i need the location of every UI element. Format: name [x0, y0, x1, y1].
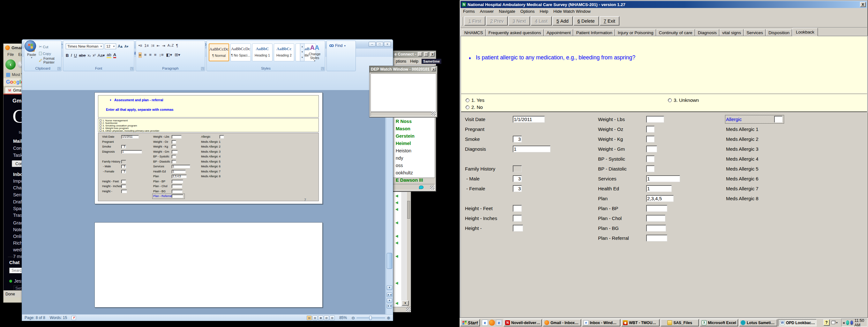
bold-button[interactable]: B — [66, 53, 69, 58]
outline-view-button[interactable]: ▧ — [324, 316, 329, 320]
increase-indent-button[interactable]: ⇥ — [162, 43, 165, 48]
taskbar-button-opd-lookback[interactable]: WOPD Lookback.... — [778, 319, 817, 326]
form-field-input-health-ed[interactable]: 1 — [646, 185, 672, 192]
find-button[interactable]: Find ▼ — [329, 43, 346, 48]
tab-injury-or-poisoning[interactable]: Injury or Poisoning — [615, 29, 656, 36]
decrease-indent-button[interactable]: ⇤ — [157, 43, 160, 48]
tab-disposition[interactable]: Disposition — [766, 29, 792, 36]
justify-button[interactable]: ≡ — [154, 52, 157, 58]
menu-item-options[interactable]: Options — [518, 8, 537, 14]
minimize-button[interactable]: – — [369, 42, 376, 47]
window-cascade-icon[interactable]: ▼ — [831, 319, 839, 326]
numbering-button[interactable]: 1≡ — [144, 43, 149, 48]
font-family-select[interactable]: Times New Roman▼ — [66, 43, 103, 49]
zoom-slider-thumb[interactable] — [369, 316, 372, 320]
multilevel-list-button[interactable]: ⁝≡ — [151, 43, 154, 48]
style-card-heading-2[interactable]: AaBbCcHeading 2 — [274, 43, 294, 61]
close-button[interactable]: X — [430, 52, 435, 57]
radio-option-2-no[interactable]: 2. No — [466, 105, 483, 110]
taskbar-button-novell-delivered[interactable]: NNovell-delivered... — [503, 319, 542, 326]
maximize-button[interactable]: □ — [376, 42, 383, 47]
sort-button[interactable]: A↓Z — [167, 43, 174, 48]
toolbar-button-add[interactable]: 5 Add — [552, 16, 573, 26]
form-field-input-height-inches[interactable] — [513, 215, 522, 221]
sametime-menu-help[interactable]: Help — [410, 59, 418, 64]
change-styles-button[interactable]: AA Change Styles ▼ — [306, 44, 323, 62]
word-vertical-scrollbar[interactable]: ▲ ▼ ▲▲ ● ▼▼ — [386, 90, 393, 314]
print-layout-view-button[interactable]: ▤ — [307, 316, 312, 320]
document-page-2[interactable] — [94, 222, 322, 307]
form-field-input-smoke[interactable]: 3 — [513, 136, 522, 142]
radio-option-3-unknown[interactable]: 3. Unknown — [668, 97, 699, 103]
strikethrough-button[interactable]: abe — [79, 53, 86, 58]
quicklaunch-ie-icon[interactable]: e — [482, 320, 488, 326]
show-paragraph-marks-button[interactable]: ¶ — [176, 43, 178, 48]
contact-oss[interactable]: oss — [396, 163, 403, 168]
tab-frequently-asked-questions[interactable]: Frequently asked questions — [486, 29, 544, 36]
scrollbar-thumb[interactable] — [407, 201, 410, 219]
taskbar-button-inbox-window[interactable]: eInbox - Window... — [582, 319, 620, 326]
dep-watch-content[interactable] — [371, 73, 436, 112]
quicklaunch-mail-icon[interactable]: e — [496, 320, 502, 326]
toolbar-button-delete[interactable]: 6 Delete — [574, 16, 599, 26]
form-field-input-diagnosis[interactable]: 1 — [513, 146, 551, 152]
full-screen-reading-button[interactable]: ▥ — [312, 316, 317, 320]
align-center-button[interactable]: ≡ — [144, 52, 147, 58]
style-card-normal[interactable]: AaBbCcDc¶ Normal — [209, 43, 229, 61]
word-count[interactable]: Words: 15 — [50, 316, 67, 320]
form-field-input-plan[interactable]: 2,3,4,5 — [646, 195, 674, 202]
form-field-input-weight-lbs[interactable] — [646, 116, 664, 123]
menu-item-navigate[interactable]: Navigate — [496, 8, 518, 14]
tray-expand-chevrons[interactable]: « — [843, 321, 845, 325]
font-dialog-launcher[interactable]: ◳ — [130, 67, 133, 70]
office-button[interactable] — [25, 40, 36, 52]
close-button[interactable]: X — [860, 2, 866, 7]
form-field-input-family-history[interactable] — [513, 166, 522, 172]
paste-dropdown-arrow[interactable]: ▼ — [26, 57, 37, 59]
form-field-input-bp-diastolic[interactable] — [646, 166, 654, 172]
subscript-button[interactable]: x₂ — [88, 53, 91, 57]
form-field-input-weight-oz[interactable] — [646, 126, 654, 132]
form-field-input-plan-bg[interactable] — [646, 225, 666, 232]
taskbar-button-wbt-tmouser[interactable]: ◆WBT - TMOUSER... — [621, 319, 660, 326]
gmail-nav-mail[interactable]: Mail — [13, 139, 22, 144]
radio-circle-icon[interactable] — [466, 106, 469, 109]
toolbar-grip[interactable] — [462, 17, 463, 26]
contact-heiston[interactable]: Heiston — [396, 148, 411, 153]
scroll-down-button[interactable]: ▼ — [387, 286, 392, 290]
form-field-input-plan-referral[interactable] — [646, 235, 667, 241]
radio-circle-icon[interactable] — [466, 98, 469, 102]
scrollbar-thumb[interactable] — [387, 253, 392, 269]
form-field-input-weight-gm[interactable] — [646, 146, 657, 152]
form-field-input-height-feet[interactable] — [513, 205, 522, 212]
form-field-input-plan-bp[interactable] — [646, 205, 667, 212]
format-painter-button[interactable]: 🖉Format Painter — [39, 58, 61, 63]
proofing-status-icon[interactable]: ✗ — [71, 316, 76, 320]
contact-r-noss[interactable]: R Noss — [396, 119, 412, 124]
clipboard-dialog-launcher[interactable]: ◳ — [57, 67, 61, 70]
form-field-input-services[interactable]: 1 — [646, 175, 680, 182]
gmail-folder-rich[interactable]: Rich — [13, 240, 22, 245]
web-layout-button[interactable]: ▦ — [318, 316, 323, 320]
underline-button[interactable]: U — [74, 53, 77, 58]
taskbar-button-microsoft-excel[interactable]: XMicrosoft Excel — [700, 319, 738, 326]
form-field-input-height[interactable] — [513, 225, 523, 232]
styles-dialog-launcher[interactable]: ◳ — [321, 67, 324, 70]
contact-ookhultz[interactable]: ookhultz — [396, 170, 413, 175]
contact-ndy[interactable]: ndy — [396, 155, 403, 160]
copy-button[interactable]: Copy — [39, 51, 61, 56]
tab-vital-signs[interactable]: vital signs — [720, 29, 744, 36]
nhamcs-titlebar[interactable]: N National Hospital Ambulatory Medical C… — [461, 1, 867, 8]
shrink-font-button[interactable]: A▾ — [124, 43, 129, 49]
maximize-button[interactable]: □ — [424, 52, 429, 57]
tab-nhamcs[interactable]: NHAMCS — [462, 29, 486, 36]
toolbar-button-exit[interactable]: 7 Exit — [600, 16, 619, 26]
clock[interactable]: 11:50 AM — [854, 318, 866, 327]
contact-e-dawson-iii[interactable]: E Dawson III — [396, 178, 423, 183]
italic-button[interactable]: I — [70, 53, 72, 58]
superscript-button[interactable]: x² — [93, 53, 96, 57]
notes-tray-icon[interactable] — [850, 320, 853, 325]
radio-circle-icon[interactable] — [668, 98, 672, 102]
form-field-input-plan-chol[interactable] — [646, 215, 665, 221]
select-browse-object-button[interactable]: ● — [387, 298, 392, 303]
